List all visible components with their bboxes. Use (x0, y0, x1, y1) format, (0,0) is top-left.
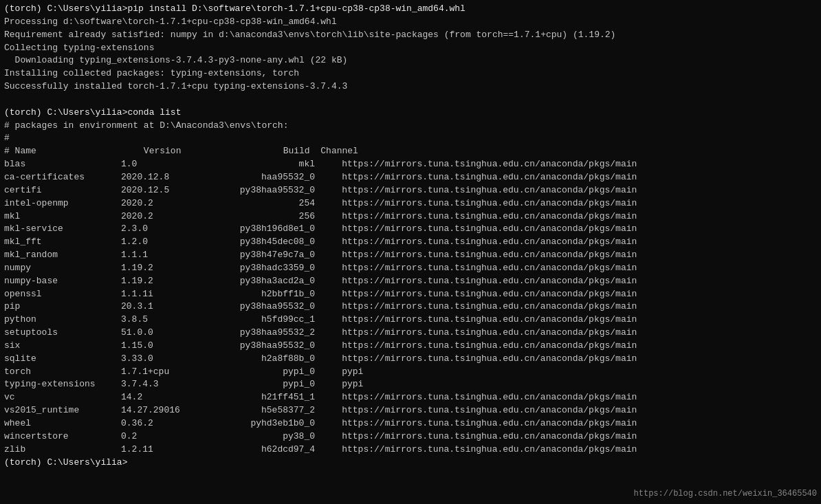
output-line-1: Processing d:\software\torch-1.7.1+cpu-c… (4, 16, 817, 29)
pkg-row-six: six1.15.0py38haa95532_0 https://mirrors.… (4, 340, 817, 353)
pkg-row-mkl: mkl2020.2256 https://mirrors.tuna.tsingh… (4, 210, 817, 223)
blank-line-1 (4, 94, 817, 107)
header-line: # Name Version Build Channel (4, 145, 817, 158)
pkg-row-vc: vc14.2h21ff451_1 https://mirrors.tuna.ts… (4, 391, 817, 404)
pkg-row-zlib: zlib1.2.11h62dcd97_4 https://mirrors.tun… (4, 443, 817, 457)
pkg-row-numpy: numpy1.19.2py38hadc3359_0 https://mirror… (4, 262, 817, 275)
pkg-row-numpy-base: numpy-base1.19.2py38ha3acd2a_0 https://m… (4, 275, 817, 288)
cmd-line-1: (torch) C:\Users\yilia>pip install D:\so… (4, 3, 817, 16)
pkg-row-mkl-service: mkl-service2.3.0py38h196d8e1_0 https://m… (4, 223, 817, 236)
cmd-line-2: (torch) C:\Users\yilia>conda list (4, 107, 817, 120)
pkg-row-mkl-fft: mkl_fft1.2.0py38h45dec08_0 https://mirro… (4, 236, 817, 249)
pkg-row-sqlite: sqlite3.33.0h2a8f88b_0 https://mirrors.t… (4, 353, 817, 366)
pkg-row-torch: torch1.7.1+cpupypi_0 pypi (4, 366, 817, 379)
output-line-5: Installing collected packages: typing-ex… (4, 67, 817, 80)
pkg-row-wheel: wheel0.36.2pyhd3eb1b0_0 https://mirrors.… (4, 417, 817, 430)
comment-line-2: # (4, 132, 817, 145)
watermark: https://blog.csdn.net/weixin_36465540 (634, 488, 817, 500)
output-line-3: Collecting typing-extensions (4, 42, 817, 55)
pkg-row-certifi: certifi2020.12.5py38haa95532_0 https://m… (4, 184, 817, 197)
output-line-6: Successfully installed torch-1.7.1+cpu t… (4, 80, 817, 94)
pkg-row-intel-openmp: intel-openmp2020.2254 https://mirrors.tu… (4, 197, 817, 210)
pkg-row-python: python3.8.5h5fd99cc_1 https://mirrors.tu… (4, 314, 817, 327)
pkg-row-ca-certificates: ca-certificates2020.12.8haa95532_0 https… (4, 171, 817, 184)
pkg-row-mkl-random: mkl_random1.1.1py38h47e9c7a_0 https://mi… (4, 249, 817, 262)
terminal-window: (torch) C:\Users\yilia>pip install D:\so… (0, 0, 821, 504)
pkg-row-vs2015-runtime: vs2015_runtime14.27.29016h5e58377_2 http… (4, 404, 817, 417)
comment-line-1: # packages in environment at D:\Anaconda… (4, 120, 817, 133)
pkg-row-typing-extensions: typing-extensions3.7.4.3pypi_0 pypi (4, 378, 817, 391)
pkg-row-wincertstore: wincertstore0.2py38_0 https://mirrors.tu… (4, 430, 817, 443)
cmd-line-3: (torch) C:\Users\yilia> (4, 457, 817, 470)
pkg-row-blas: blas1.0mkl https://mirrors.tuna.tsinghua… (4, 158, 817, 171)
pkg-row-setuptools: setuptools51.0.0py38haa95532_2 https://m… (4, 327, 817, 340)
pkg-row-pip: pip20.3.1py38haa95532_0 https://mirrors.… (4, 300, 817, 314)
output-line-4: Downloading typing_extensions-3.7.4.3-py… (4, 54, 817, 67)
pkg-row-openssl: openssl1.1.1ih2bbff1b_0 https://mirrors.… (4, 288, 817, 301)
output-line-2: Requirement already satisfied: numpy in … (4, 29, 817, 42)
